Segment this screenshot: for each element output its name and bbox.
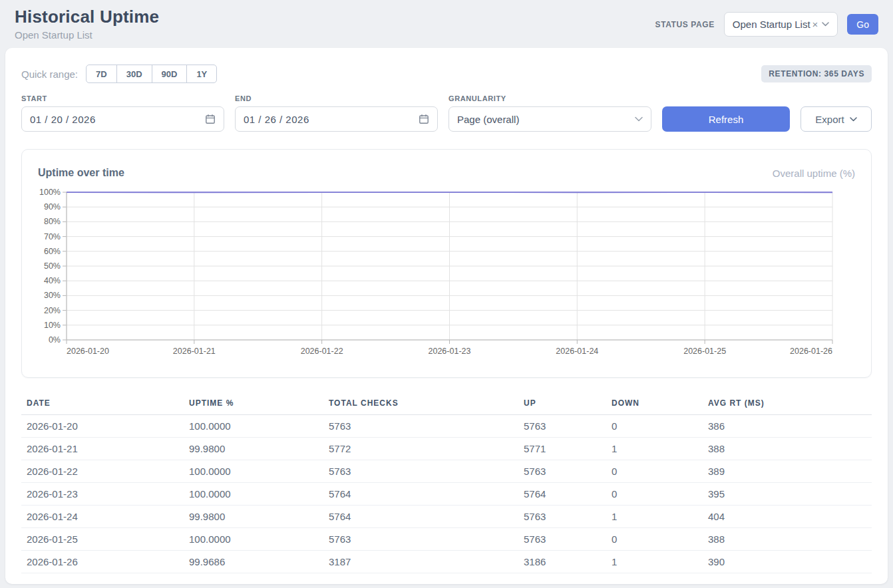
table-cell: 100.0000 [184,415,323,438]
table-cell: 5771 [518,438,606,460]
x-axis-tick-label: 2026-01-26 [790,347,832,356]
calendar-icon[interactable] [205,114,216,124]
table-cell: 5763 [518,415,606,438]
table-cell: 2026-01-21 [21,438,184,460]
end-date-label: END [235,94,438,102]
table-cell: 5764 [323,483,518,506]
y-axis-tick-label: 60% [44,247,61,256]
x-axis-tick-label: 2026-01-20 [67,347,109,356]
granularity-select[interactable]: Page (overall) [448,106,651,132]
table-cell: 390 [703,551,872,573]
export-button[interactable]: Export [801,106,872,132]
table-cell: 3187 [323,551,518,573]
chevron-down-icon [850,117,857,122]
table-cell: 5763 [518,528,606,551]
column-header-avg-rt-ms-: AVG RT (MS) [703,393,872,415]
table-cell: 388 [703,438,872,460]
header-controls: STATUS PAGE Open Startup List × Go [655,12,878,37]
table-cell: 100.0000 [184,528,323,551]
table-cell: 0 [606,528,703,551]
table-cell: 386 [703,415,872,438]
y-axis-tick-label: 40% [44,276,61,285]
table-cell: 1 [606,551,703,573]
table-cell: 1 [606,438,703,460]
refresh-button[interactable]: Refresh [662,106,790,132]
uptime-chart-card: Uptime over time Overall uptime (%) 0%10… [21,149,872,378]
table-cell: 5772 [323,438,518,460]
export-button-label: Export [815,114,844,125]
quick-range-30d[interactable]: 30D [116,65,152,83]
table-row: 2026-01-25100.0000576357630388 [21,528,872,551]
table-row: 2026-01-2199.9800577257711388 [21,438,872,460]
y-axis-tick-label: 90% [44,202,61,212]
table-row: 2026-01-20100.0000576357630386 [21,415,872,438]
chart-svg: 0%10%20%30%40%50%60%70%80%90%100%2026-01… [38,187,854,361]
table-cell: 2026-01-24 [21,506,184,528]
table-cell: 5763 [323,415,518,438]
status-page-select[interactable]: Open Startup List × [724,12,838,37]
title-block: Historical Uptime Open Startup List [15,7,159,41]
start-date-field-group: START 01 / 20 / 2026 [21,94,224,132]
start-date-label: START [21,94,224,102]
table-cell: 99.9800 [184,506,323,528]
end-date-value: 01 / 26 / 2026 [244,114,309,125]
table-row: 2026-01-23100.0000576457640395 [21,483,872,506]
start-date-value: 01 / 20 / 2026 [30,114,96,125]
clear-selection-icon[interactable]: × [812,19,818,30]
y-axis-tick-label: 20% [44,306,61,315]
go-button[interactable]: Go [847,14,878,35]
uptime-table: DATEUPTIME %TOTAL CHECKSUPDOWNAVG RT (MS… [21,393,872,573]
table-cell: 2026-01-22 [21,460,184,483]
table-cell: 0 [606,483,703,506]
retention-badge: RETENTION: 365 DAYS [761,65,872,82]
table-row: 2026-01-2699.9686318731861390 [21,551,872,573]
table-cell: 100.0000 [184,460,323,483]
start-date-input[interactable]: 01 / 20 / 2026 [21,106,224,132]
y-axis-tick-label: 10% [44,321,61,330]
table-cell: 5763 [323,460,518,483]
table-cell: 100.0000 [184,483,323,506]
table-cell: 5763 [323,528,518,551]
table-cell: 2026-01-26 [21,551,184,573]
y-axis-tick-label: 100% [39,188,61,197]
y-axis-tick-label: 70% [44,232,61,241]
y-axis-tick-label: 50% [44,261,61,271]
page-subtitle: Open Startup List [15,29,159,41]
table-cell: 404 [703,506,872,528]
table-cell: 0 [606,415,703,438]
x-axis-tick-label: 2026-01-25 [683,347,726,356]
status-page-select-value: Open Startup List [733,19,810,30]
table-row: 2026-01-22100.0000576357630389 [21,460,872,483]
table-cell: 389 [703,460,872,483]
granularity-field-group: GRANULARITY Page (overall) [448,94,651,132]
top-header: Historical Uptime Open Startup List STAT… [0,0,893,48]
page-title: Historical Uptime [15,7,159,27]
filter-fields-row: START 01 / 20 / 2026 END 01 / 26 / 2026 … [21,94,872,132]
table-cell: 388 [703,528,872,551]
column-header-down: DOWN [606,393,703,415]
y-axis-tick-label: 80% [44,217,61,226]
end-date-input[interactable]: 01 / 26 / 2026 [235,106,438,132]
end-date-field-group: END 01 / 26 / 2026 [235,94,438,132]
column-header-up: UP [518,393,606,415]
table-cell: 99.9686 [184,551,323,573]
column-header-date: DATE [21,393,184,415]
quick-range-90d[interactable]: 90D [152,65,188,83]
x-axis-tick-label: 2026-01-24 [556,347,598,356]
chart-legend: Overall uptime (%) [773,168,855,179]
table-body: 2026-01-20100.00005763576303862026-01-21… [21,415,872,573]
column-header-uptime-: UPTIME % [184,393,323,415]
table-cell: 99.9800 [184,438,323,460]
quick-range-7d[interactable]: 7D [86,65,117,83]
status-page-label: STATUS PAGE [655,20,715,29]
y-axis-tick-label: 0% [49,335,61,345]
table-cell: 395 [703,483,872,506]
table-cell: 5763 [518,460,606,483]
quick-range-group: 7D30D90D1Y [86,65,217,83]
calendar-icon[interactable] [419,114,429,124]
table-cell: 2026-01-20 [21,415,184,438]
granularity-label: GRANULARITY [448,94,651,102]
chevron-down-icon [822,22,829,27]
x-axis-tick-label: 2026-01-21 [173,347,216,356]
quick-range-1y[interactable]: 1Y [186,65,217,83]
